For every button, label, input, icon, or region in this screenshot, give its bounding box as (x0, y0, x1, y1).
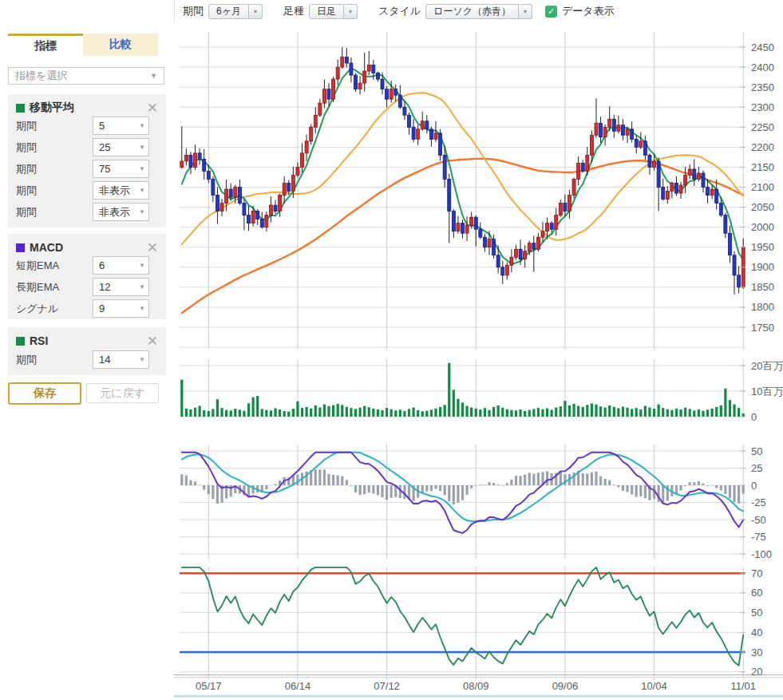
svg-text:1750: 1750 (751, 322, 774, 334)
chevron-down-icon[interactable]: ▼ (344, 4, 358, 19)
svg-text:20: 20 (751, 666, 762, 678)
candles (180, 47, 745, 295)
macd-signal-select[interactable]: 9▼ (93, 299, 149, 318)
macd-slow-label: 長期EMA (16, 280, 59, 295)
legend-square-icon (16, 243, 25, 252)
svg-text:70: 70 (751, 568, 762, 579)
close-icon[interactable]: ✕ (147, 241, 158, 255)
ma-period-label-1: 期間 (16, 119, 37, 133)
svg-text:0: 0 (751, 411, 757, 423)
svg-text:1900: 1900 (751, 261, 774, 273)
legend-square-icon (16, 337, 25, 346)
panel-title: 移動平均 (30, 101, 74, 115)
panel-title: RSI (30, 334, 48, 347)
svg-text:2400: 2400 (751, 61, 774, 73)
chart-toolbar: 期間 6ヶ月 ▼ 足種 日足 ▼ スタイル ローソク（赤青） ▼ ✓ データ表示 (174, 0, 783, 23)
sidebar-tabs: 指標 比較 (8, 34, 158, 56)
volume-panel (180, 363, 745, 417)
svg-text:2000: 2000 (751, 221, 774, 233)
data-display-checkbox[interactable]: ✓ (545, 6, 557, 18)
svg-text:20百万: 20百万 (751, 360, 783, 372)
svg-text:-75: -75 (751, 531, 766, 543)
svg-text:2200: 2200 (751, 141, 774, 153)
svg-text:1800: 1800 (751, 301, 774, 313)
macd-panel (180, 453, 745, 533)
svg-text:05/17: 05/17 (196, 680, 222, 692)
svg-text:1850: 1850 (751, 281, 774, 293)
macd-signal-label: シグナル (16, 302, 58, 316)
svg-text:2150: 2150 (751, 161, 774, 173)
chevron-down-icon: ▼ (139, 208, 145, 216)
svg-text:08/09: 08/09 (463, 680, 489, 692)
style-select[interactable]: ローソク（赤青） ▼ (425, 4, 532, 19)
ma-period-label-5: 期間 (16, 205, 37, 219)
svg-text:25: 25 (751, 462, 762, 474)
svg-text:-100: -100 (751, 548, 772, 560)
tab-indicators[interactable]: 指標 (8, 34, 83, 56)
svg-text:30: 30 (751, 647, 762, 658)
panel-macd: MACD ✕ 短期EMA 6▼ 長期EMA 12▼ シグナル 9▼ (8, 234, 166, 319)
rsi-panel (180, 568, 745, 666)
ma-period-select-5[interactable]: 非表示▼ (93, 203, 149, 221)
svg-text:2350: 2350 (751, 81, 774, 93)
chevron-down-icon: ▼ (139, 262, 145, 269)
rsi-period-label: 期間 (16, 353, 37, 367)
svg-text:2100: 2100 (751, 181, 774, 193)
svg-text:-25: -25 (751, 496, 766, 508)
save-button[interactable]: 保存 (8, 382, 81, 405)
svg-text:2450: 2450 (751, 42, 774, 53)
style-label: スタイル (378, 4, 421, 18)
svg-text:50: 50 (751, 607, 762, 619)
svg-text:0: 0 (751, 480, 757, 492)
svg-text:2050: 2050 (751, 201, 774, 213)
close-icon[interactable]: ✕ (147, 334, 158, 348)
reset-button[interactable]: 元に戻す (86, 383, 159, 403)
chevron-down-icon: ▼ (139, 305, 145, 312)
panel-moving-average: 移動平均 ✕ 期間 5▼ 期間 25▼ 期間 75▼ 期間 非表示▼ 期間 非表… (8, 94, 166, 227)
svg-text:60: 60 (751, 587, 762, 599)
svg-text:1950: 1950 (751, 241, 774, 253)
chevron-down-icon[interactable]: ▼ (249, 4, 263, 19)
chevron-down-icon: ▼ (139, 122, 145, 129)
data-display-label: データ表示 (562, 4, 615, 18)
bar-type-label: 足種 (283, 4, 304, 18)
svg-text:50: 50 (751, 445, 762, 457)
tab-compare[interactable]: 比較 (83, 34, 158, 56)
period-label: 期間 (183, 4, 204, 18)
legend-square-icon (16, 104, 25, 113)
panel-rsi: RSI ✕ 期間 14▼ (8, 327, 166, 375)
ma-period-label-3: 期間 (16, 162, 37, 176)
indicator-select-placeholder: 指標を選択 (15, 69, 67, 83)
svg-text:-50: -50 (751, 514, 766, 526)
svg-text:40: 40 (751, 627, 762, 639)
chevron-down-icon: ▼ (139, 283, 145, 291)
close-icon[interactable]: ✕ (147, 101, 158, 115)
period-select[interactable]: 6ヶ月 ▼ (208, 4, 263, 19)
indicator-select[interactable]: 指標を選択 ▼ (8, 67, 164, 85)
chevron-down-icon: ▼ (139, 187, 145, 194)
indicator-sidebar: 指標 比較 指標を選択 ▼ 移動平均 ✕ 期間 5▼ 期間 25▼ 期間 75▼… (0, 0, 174, 700)
ma-period-select-2[interactable]: 25▼ (93, 138, 149, 156)
svg-text:2300: 2300 (751, 101, 774, 113)
ma-period-select-3[interactable]: 75▼ (93, 160, 149, 178)
ma-period-label-2: 期間 (16, 140, 37, 155)
macd-fast-label: 短期EMA (16, 259, 59, 273)
ma-period-select-4[interactable]: 非表示▼ (93, 181, 149, 200)
chevron-down-icon[interactable]: ▼ (519, 4, 532, 19)
chevron-down-icon: ▼ (139, 165, 145, 172)
macd-fast-select[interactable]: 6▼ (93, 256, 149, 275)
svg-text:10/04: 10/04 (641, 680, 667, 692)
svg-text:07/12: 07/12 (374, 680, 400, 692)
macd-slow-select[interactable]: 12▼ (93, 278, 149, 296)
bar-type-select[interactable]: 日足 ▼ (309, 4, 358, 19)
ma-period-select-1[interactable]: 5▼ (93, 117, 149, 135)
chevron-down-icon: ▼ (139, 356, 145, 363)
chart-area[interactable]: 2450240023502300225022002150210020502000… (174, 22, 783, 700)
svg-text:10百万: 10百万 (751, 386, 783, 397)
panel-title: MACD (30, 241, 63, 254)
svg-text:09/06: 09/06 (552, 680, 579, 692)
svg-text:11/01: 11/01 (730, 680, 756, 692)
chart-canvas[interactable]: 2450240023502300225022002150210020502000… (174, 22, 783, 700)
rsi-period-select[interactable]: 14▼ (93, 350, 149, 369)
moving-averages (182, 69, 743, 314)
